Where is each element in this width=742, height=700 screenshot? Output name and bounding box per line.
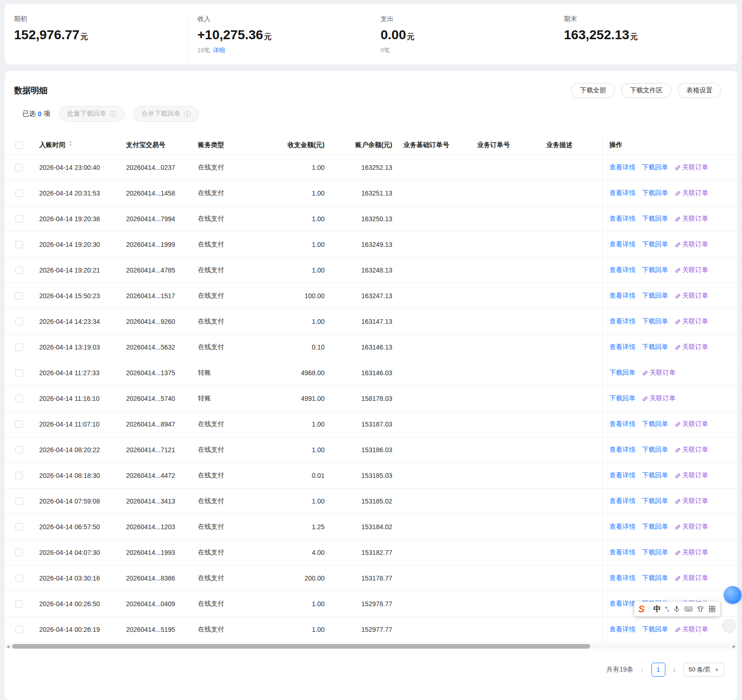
view-detail-link[interactable]: 查看详情: [609, 317, 636, 326]
download-all-button[interactable]: 下载全部: [571, 83, 615, 98]
row-checkbox[interactable]: [15, 266, 23, 274]
sogou-logo-icon[interactable]: S: [638, 604, 644, 614]
download-receipt-link[interactable]: 下载回单: [642, 189, 668, 197]
download-receipt-link[interactable]: 下载回单: [609, 369, 636, 377]
ime-toolbar: S 中 °,: [634, 602, 720, 616]
related-order-link[interactable]: 关联订单: [675, 215, 708, 223]
related-order-link[interactable]: 关联订单: [675, 317, 708, 326]
download-receipt-link[interactable]: 下载回单: [642, 420, 668, 428]
row-checkbox[interactable]: [15, 420, 23, 428]
related-order-link[interactable]: 关联订单: [675, 471, 708, 480]
download-receipt-link[interactable]: 下载回单: [642, 240, 668, 249]
row-checkbox[interactable]: [15, 343, 23, 351]
skin-icon[interactable]: [697, 605, 704, 613]
view-detail-link[interactable]: 查看详情: [609, 420, 636, 428]
download-receipt-link[interactable]: 下载回单: [642, 317, 668, 326]
batch-download-button[interactable]: 批量下载回单 i: [59, 106, 125, 122]
scrollbar-thumb[interactable]: [12, 644, 590, 649]
download-receipt-link[interactable]: 下载回单: [642, 574, 668, 582]
view-detail-link[interactable]: 查看详情: [609, 523, 636, 531]
related-order-link[interactable]: 关联订单: [675, 625, 708, 634]
view-detail-link[interactable]: 查看详情: [609, 163, 636, 172]
row-checkbox[interactable]: [15, 549, 23, 556]
symbol-mode-icon[interactable]: °,: [665, 606, 669, 612]
download-receipt-link[interactable]: 下载回单: [642, 266, 668, 274]
row-checkbox[interactable]: [15, 215, 23, 223]
view-detail-link[interactable]: 查看详情: [609, 497, 636, 505]
page-size-select[interactable]: 50 条/页 ▼: [683, 663, 724, 677]
download-receipt-link[interactable]: 下载回单: [642, 625, 668, 634]
row-checkbox[interactable]: [15, 292, 23, 300]
download-receipt-link[interactable]: 下载回单: [642, 215, 668, 223]
view-detail-link[interactable]: 查看详情: [609, 574, 636, 582]
merge-download-button[interactable]: 合并下载回单 i: [133, 106, 199, 122]
select-all-checkbox[interactable]: [15, 141, 23, 149]
download-zone-button[interactable]: 下载文件区: [621, 83, 671, 98]
download-receipt-link[interactable]: 下载回单: [642, 523, 668, 531]
income-detail-link[interactable]: 详细: [213, 47, 225, 54]
related-order-link[interactable]: 关联订单: [675, 240, 708, 249]
download-receipt-link[interactable]: 下载回单: [642, 446, 668, 454]
download-receipt-link[interactable]: 下载回单: [642, 471, 668, 480]
view-detail-link[interactable]: 查看详情: [609, 189, 636, 197]
next-page-icon[interactable]: ›: [672, 665, 677, 674]
microphone-icon[interactable]: [673, 605, 680, 613]
related-order-link[interactable]: 关联订单: [675, 266, 708, 274]
prev-page-icon[interactable]: ‹: [640, 665, 645, 674]
view-detail-link[interactable]: 查看详情: [609, 548, 636, 557]
view-detail-link[interactable]: 查看详情: [609, 446, 636, 454]
row-checkbox[interactable]: [15, 600, 23, 608]
scroll-right-icon[interactable]: ▶: [731, 644, 737, 649]
view-detail-link[interactable]: 查看详情: [609, 266, 636, 274]
view-detail-link[interactable]: 查看详情: [609, 240, 636, 249]
related-order-link[interactable]: 关联订单: [675, 163, 708, 172]
cell-biz-order: [472, 540, 541, 565]
view-detail-link[interactable]: 查看详情: [609, 600, 636, 608]
related-order-link[interactable]: 关联订单: [675, 523, 708, 531]
row-checkbox[interactable]: [15, 318, 23, 325]
row-checkbox[interactable]: [15, 369, 23, 377]
chinese-mode-icon[interactable]: 中: [653, 604, 661, 614]
row-checkbox[interactable]: [15, 472, 23, 479]
floating-badge-icon[interactable]: [722, 619, 736, 633]
related-order-link[interactable]: 关联订单: [675, 292, 708, 300]
keyboard-icon[interactable]: [685, 605, 693, 613]
row-checkbox[interactable]: [15, 446, 23, 454]
table-settings-button[interactable]: 表格设置: [678, 83, 721, 98]
view-detail-link[interactable]: 查看详情: [609, 625, 636, 634]
related-order-link[interactable]: 关联订单: [642, 369, 676, 377]
row-checkbox[interactable]: [15, 626, 23, 633]
row-checkbox[interactable]: [15, 395, 23, 402]
row-checkbox[interactable]: [15, 189, 23, 197]
download-receipt-link[interactable]: 下载回单: [642, 163, 668, 172]
view-detail-link[interactable]: 查看详情: [609, 215, 636, 223]
view-detail-link[interactable]: 查看详情: [609, 343, 636, 351]
related-order-link[interactable]: 关联订单: [675, 574, 708, 582]
download-receipt-link[interactable]: 下载回单: [609, 394, 636, 403]
row-checkbox[interactable]: [15, 164, 23, 171]
horizontal-scrollbar[interactable]: ◀ ▶: [5, 644, 737, 649]
row-checkbox[interactable]: [15, 241, 23, 248]
download-receipt-link[interactable]: 下载回单: [642, 548, 668, 557]
view-detail-link[interactable]: 查看详情: [609, 292, 636, 300]
row-checkbox[interactable]: [15, 497, 23, 505]
related-order-link[interactable]: 关联订单: [675, 343, 708, 351]
toolbox-grid-icon[interactable]: [708, 605, 716, 613]
download-receipt-link[interactable]: 下载回单: [642, 343, 668, 351]
cell-transaction-id: 20260414...4472: [120, 463, 192, 488]
row-checkbox[interactable]: [15, 523, 23, 531]
related-order-link[interactable]: 关联订单: [675, 497, 708, 505]
floating-assistant-icon[interactable]: [724, 586, 742, 604]
download-receipt-link[interactable]: 下载回单: [642, 292, 668, 300]
sort-icon[interactable]: ▲▼: [69, 142, 72, 148]
page-number-button[interactable]: 1: [651, 663, 665, 677]
related-order-link[interactable]: 关联订单: [675, 420, 708, 428]
view-detail-link[interactable]: 查看详情: [609, 471, 636, 480]
related-order-link[interactable]: 关联订单: [675, 548, 708, 557]
scroll-left-icon[interactable]: ◀: [5, 644, 11, 649]
related-order-link[interactable]: 关联订单: [675, 446, 708, 454]
download-receipt-link[interactable]: 下载回单: [642, 497, 668, 505]
related-order-link[interactable]: 关联订单: [642, 394, 676, 403]
row-checkbox[interactable]: [15, 574, 23, 582]
related-order-link[interactable]: 关联订单: [675, 189, 708, 197]
